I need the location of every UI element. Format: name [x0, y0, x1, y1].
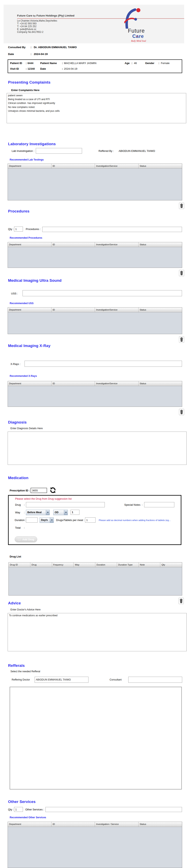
- laboratory-title: Laboratory Investigations: [8, 142, 56, 146]
- recommended-lab-link[interactable]: Recommended Lab Testings: [10, 158, 44, 161]
- uss-title: Medical Imaging Ultra Sound: [8, 278, 62, 283]
- age-value: 46: [134, 62, 137, 65]
- chevron-down-icon: [46, 510, 49, 515]
- table-header-row: Department ID Investigation / Service St…: [8, 822, 182, 827]
- complaints-textarea[interactable]: [7, 93, 186, 123]
- uss-table-body[interactable]: [8, 312, 182, 334]
- trash-icon: [180, 337, 183, 342]
- visit-id-value: 12340: [28, 67, 35, 70]
- special-notes-label: Special Notes: [124, 503, 140, 506]
- duration-input[interactable]: [26, 517, 38, 523]
- way-select[interactable]: Before Meal: [26, 510, 50, 515]
- special-notes-input[interactable]: [144, 502, 174, 507]
- gender-label: Gender: [145, 62, 154, 65]
- prescription-id-input[interactable]: [31, 488, 47, 493]
- per-meal-input[interactable]: [85, 517, 96, 523]
- consultant-input[interactable]: [128, 677, 182, 683]
- xray-table-body[interactable]: [8, 386, 182, 407]
- way-qty-input[interactable]: [71, 510, 79, 515]
- col-id: ID: [51, 164, 95, 168]
- lab-investigation-input[interactable]: [36, 148, 82, 154]
- special-notes-colon: :: [142, 503, 143, 506]
- drug-input[interactable]: [26, 502, 105, 507]
- other-services-input[interactable]: [45, 807, 182, 812]
- patient-name-value: MACHELLA MARY JASMIN: [64, 62, 96, 65]
- referred-by-label: Reffered By :: [99, 149, 114, 152]
- col-status: Status: [139, 308, 182, 312]
- refferals-title: Refferals: [8, 663, 25, 668]
- refferal-list-box[interactable]: [10, 687, 182, 789]
- fraction-note: Please add as decimal numbers when addin…: [99, 519, 180, 521]
- consult-date-colon: :: [31, 53, 32, 56]
- company-phone-2: T: +24 84 225 252: [17, 25, 36, 28]
- lab-delete-button[interactable]: [179, 203, 184, 209]
- xray-delete-button[interactable]: [179, 409, 184, 415]
- consulted-by-colon: :: [31, 46, 32, 49]
- way-select-value: Before Meal: [26, 510, 46, 515]
- xray-input[interactable]: [25, 361, 182, 367]
- patient-id-value: 6444: [28, 62, 33, 65]
- duration-type-select[interactable]: Day/s: [40, 517, 54, 523]
- consulted-by-value: Dr. ABIODUN EMMANUEL TAIWO: [34, 46, 77, 49]
- add-drug-button[interactable]: + Add Drug: [15, 536, 37, 542]
- frequency-select[interactable]: OD: [53, 510, 68, 515]
- drug-list-delete-button[interactable]: [179, 598, 184, 604]
- procedures-title: Procedures: [8, 209, 30, 214]
- table-header-row: Department ID Investigation/Service Stat…: [8, 242, 182, 247]
- frequency-select-value: OD: [53, 510, 64, 515]
- visit-id-colon: :: [26, 67, 27, 70]
- drug-list-table-body[interactable]: [9, 567, 182, 595]
- consulted-by-label: Consulted By: [8, 46, 26, 49]
- col-id: ID: [51, 822, 95, 827]
- table-header-row: Department ID Investigation/Service Stat…: [8, 164, 182, 168]
- enter-complaints-label: Enter Complaints Here: [11, 89, 39, 92]
- duration-type-value: Day/s: [40, 518, 50, 523]
- visit-id-label: Visit ID: [10, 67, 19, 70]
- consultant-label: Consultant: [110, 678, 122, 681]
- col-department: Department: [8, 308, 51, 312]
- recommended-procedures-link[interactable]: Recommended Procedures: [10, 237, 42, 239]
- diagnosis-textarea[interactable]: [8, 432, 187, 465]
- procedures-delete-button[interactable]: [179, 270, 184, 276]
- uss-table: Department ID Investigation/Service Stat…: [8, 307, 182, 334]
- logo-tagline: Body Mind Soul: [131, 40, 146, 42]
- lab-tests-table-body[interactable]: [8, 168, 182, 200]
- col-id: ID: [51, 242, 95, 247]
- total-colon: :: [24, 526, 25, 529]
- procedures-table-body[interactable]: [8, 247, 182, 268]
- visit-date-label: Date: [40, 67, 46, 70]
- other-qty-input[interactable]: [14, 807, 23, 812]
- col-status: Status: [139, 242, 182, 247]
- col-drug: Drug: [30, 562, 52, 567]
- advice-textarea[interactable]: [8, 613, 187, 651]
- prescription-refresh-button[interactable]: [49, 487, 56, 494]
- uss-delete-button[interactable]: [179, 336, 184, 343]
- logo-wordmark-future: Future: [128, 28, 145, 34]
- col-department: Department: [8, 164, 51, 168]
- age-colon: :: [132, 62, 132, 65]
- gender-colon: :: [158, 62, 159, 65]
- recommended-uss-link[interactable]: Recommended USS: [10, 302, 34, 305]
- recommended-xray-link[interactable]: Recommended X-Rays: [10, 375, 37, 377]
- uss-input[interactable]: [23, 290, 182, 296]
- plus-circle-icon: +: [18, 538, 21, 541]
- procedures-qty-label: Qty :: [8, 227, 13, 230]
- age-label: Age: [125, 62, 130, 65]
- col-department: Department: [8, 822, 51, 827]
- company-name: Future Care by Future Holdings (Pty) Lim…: [17, 14, 74, 17]
- col-status: Status: [139, 822, 182, 827]
- advice-sublabel: Enter Doctor's Advice Here: [10, 608, 41, 611]
- xray-label: X-Rays :: [10, 363, 21, 366]
- procedures-input[interactable]: [42, 227, 182, 232]
- col-drug-id: Drug ID: [9, 562, 30, 567]
- medication-title: Medication: [8, 476, 28, 480]
- chevron-down-icon: [50, 518, 53, 523]
- advice-title: Advice: [8, 601, 21, 606]
- reffering-doctor-input[interactable]: [35, 677, 88, 683]
- patient-info-box: Patient ID : 6444 Patient Name : MACHELL…: [8, 59, 182, 73]
- referred-by-value: ABIODUN EMMANUEL TAIWO: [119, 149, 155, 152]
- procedures-qty-input[interactable]: [14, 226, 23, 231]
- other-services-table-body[interactable]: [8, 827, 182, 868]
- recommended-other-link[interactable]: Recommended Other Services: [10, 816, 46, 819]
- drug-list-table: Drug ID Drug Fequency Way Duration Durat…: [8, 562, 182, 595]
